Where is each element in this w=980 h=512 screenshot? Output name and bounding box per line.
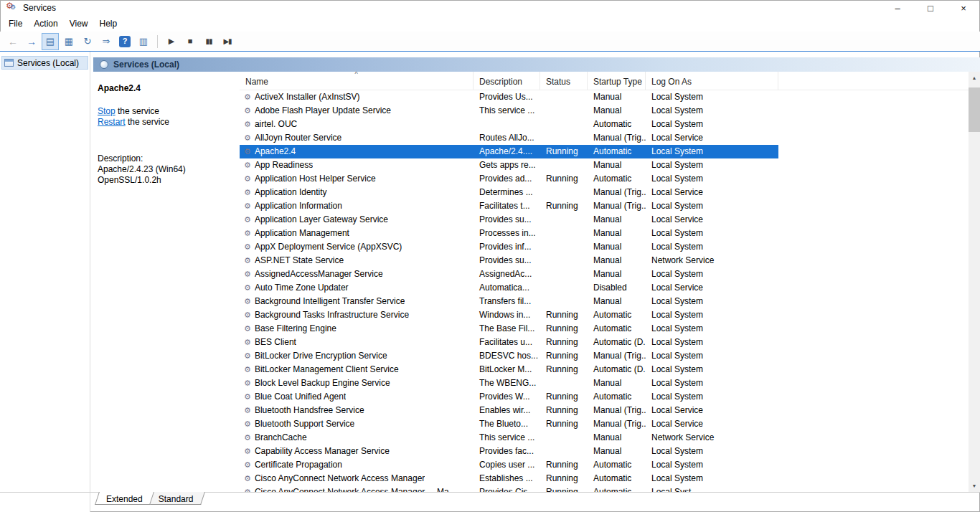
service-description-cell: Apache/2.4.... xyxy=(473,145,540,158)
start-icon: ▶ xyxy=(169,37,174,45)
properties-button[interactable]: ▦ xyxy=(60,33,77,50)
menu-action[interactable]: Action xyxy=(28,16,63,32)
table-row[interactable]: ⚙App Readiness Gets apps re... Manual Lo… xyxy=(240,158,778,172)
table-row[interactable]: ⚙Application Layer Gateway Service Provi… xyxy=(240,213,778,227)
service-name-cell: ⚙Background Intelligent Transfer Service xyxy=(240,295,473,308)
menu-help[interactable]: Help xyxy=(94,16,123,32)
table-row[interactable]: ⚙AppX Deployment Service (AppXSVC) Provi… xyxy=(240,240,778,254)
table-row[interactable]: ⚙Certificate Propagation Copies user ...… xyxy=(240,458,778,472)
table-row[interactable]: ⚙Apache2.4 Apache/2.4.... Running Automa… xyxy=(240,145,778,158)
refresh-button[interactable]: ↻ xyxy=(79,33,96,50)
column-headers: Name^DescriptionStatusStartup TypeLog On… xyxy=(240,72,969,90)
table-row[interactable]: ⚙Application Management Processes in... … xyxy=(240,227,778,240)
service-description-cell: Facilitates t... xyxy=(473,199,540,213)
table-row[interactable]: ⚙Application Host Helper Service Provide… xyxy=(240,172,778,186)
scroll-up-button[interactable]: ▲ xyxy=(969,72,980,84)
service-gear-icon: ⚙ xyxy=(244,407,251,414)
table-row[interactable]: ⚙airtel. OUC Automatic Local System xyxy=(240,118,778,131)
scroll-down-button[interactable]: ▼ xyxy=(969,480,980,492)
service-logon-cell: Local Service xyxy=(646,186,778,199)
table-row[interactable]: ⚙BitLocker Drive Encryption Service BDES… xyxy=(240,349,778,363)
table-row[interactable]: ⚙Application Information Facilitates t..… xyxy=(240,199,778,213)
service-logon-cell: Local System xyxy=(646,472,778,485)
column-header-filler xyxy=(778,72,969,90)
service-description-cell xyxy=(473,118,540,131)
table-row[interactable]: ⚙AssignedAccessManager Service AssignedA… xyxy=(240,267,778,281)
show-console-tree-button[interactable]: ▤ xyxy=(42,33,59,50)
service-name-cell: ⚙Cisco AnyConnect Network Access Manager xyxy=(240,472,473,485)
scrollbar-thumb[interactable] xyxy=(969,87,980,132)
table-row[interactable]: ⚙AllJoyn Router Service Routes AllJo... … xyxy=(240,131,778,145)
table-row[interactable]: ⚙Cisco AnyConnect Network Access Manager… xyxy=(240,472,778,485)
restart-service-link[interactable]: Restart xyxy=(98,117,126,127)
start-service-button[interactable]: ▶ xyxy=(163,33,180,50)
service-name-cell: ⚙BranchCache xyxy=(240,431,473,445)
column-header-status[interactable]: Status xyxy=(540,72,588,90)
tree-item-services-local[interactable]: Services (Local) xyxy=(1,56,88,70)
service-description-cell: Provides ad... xyxy=(473,172,540,186)
menu-view[interactable]: View xyxy=(64,16,94,32)
table-row[interactable]: ⚙Base Filtering Engine The Base Fil... R… xyxy=(240,322,778,336)
pause-service-button[interactable]: ▮▮ xyxy=(200,33,217,50)
export-list-button[interactable]: ⇒ xyxy=(98,33,115,50)
column-header-name[interactable]: Name^ xyxy=(240,72,473,90)
table-row[interactable]: ⚙BitLocker Management Client Service Bit… xyxy=(240,363,778,376)
table-row[interactable]: ⚙ActiveX Installer (AxInstSV) Provides U… xyxy=(240,90,778,104)
back-arrow-icon: ← xyxy=(8,37,18,47)
service-description-cell: Provides su... xyxy=(473,213,540,227)
service-gear-icon: ⚙ xyxy=(244,93,251,101)
table-row[interactable]: ⚙BES Client Facilitates u... Running Aut… xyxy=(240,336,778,349)
table-row[interactable]: ⚙Application Identity Determines ... Man… xyxy=(240,186,778,199)
service-logon-cell: Local Service xyxy=(646,417,778,431)
sort-ascending-icon: ^ xyxy=(354,72,357,77)
service-name-cell: ⚙Bluetooth Handsfree Service xyxy=(240,404,473,417)
service-description-cell: BitLocker M... xyxy=(473,363,540,376)
close-button[interactable]: × xyxy=(947,0,980,16)
table-row[interactable]: ⚙Bluetooth Handsfree Service Enables wir… xyxy=(240,404,778,417)
column-header-startup-type[interactable]: Startup Type xyxy=(588,72,646,90)
service-startup-cell: Automatic xyxy=(588,485,646,492)
stop-service-button[interactable]: ■ xyxy=(182,33,199,50)
service-startup-cell: Manual xyxy=(588,445,646,458)
service-gear-icon: ⚙ xyxy=(244,298,251,305)
table-row[interactable]: ⚙Adobe Flash Player Update Service This … xyxy=(240,104,778,118)
table-row[interactable]: ⚙ASP.NET State Service Provides su... Ma… xyxy=(240,254,778,267)
column-header-log-on-as[interactable]: Log On As xyxy=(646,72,778,90)
service-logon-cell: Local System xyxy=(646,267,778,281)
service-description-cell: BDESVC hos... xyxy=(473,349,540,363)
restart-icon: ▶▮ xyxy=(223,38,231,45)
table-row[interactable]: ⚙BranchCache This service ... Manual Net… xyxy=(240,431,778,445)
minimize-button[interactable]: – xyxy=(881,0,914,16)
service-status-cell: Running xyxy=(540,390,588,404)
show-action-pane-button[interactable]: ▥ xyxy=(135,33,152,50)
service-startup-cell: Manual xyxy=(588,213,646,227)
vertical-scrollbar[interactable]: ▲ ▼ xyxy=(969,72,980,492)
forward-button[interactable]: → xyxy=(23,33,40,50)
stop-service-link[interactable]: Stop xyxy=(98,106,116,116)
table-row[interactable]: ⚙Blue Coat Unified Agent Provides W... R… xyxy=(240,390,778,404)
table-row[interactable]: ⚙Block Level Backup Engine Service The W… xyxy=(240,376,778,390)
service-name-cell: ⚙Application Management xyxy=(240,227,473,240)
service-logon-cell: Local System xyxy=(646,445,778,458)
tab-extended[interactable]: Extended xyxy=(96,492,153,506)
restart-service-button[interactable]: ▶▮ xyxy=(219,33,236,50)
table-row[interactable]: ⚙Auto Time Zone Updater Automatica... Di… xyxy=(240,281,778,295)
column-header-label: Startup Type xyxy=(593,77,642,87)
table-row[interactable]: ⚙Bluetooth Support Service The Blueto...… xyxy=(240,417,778,431)
table-row[interactable]: ⚙Capability Access Manager Service Provi… xyxy=(240,445,778,458)
forward-arrow-icon: → xyxy=(27,37,37,47)
column-header-description[interactable]: Description xyxy=(473,72,540,90)
table-row[interactable]: ⚙Background Intelligent Transfer Service… xyxy=(240,295,778,308)
service-status-cell: Running xyxy=(540,322,588,336)
help-button[interactable]: ? xyxy=(116,33,133,50)
table-row[interactable]: ⚙Background Tasks Infrastructure Service… xyxy=(240,308,778,322)
menu-file[interactable]: File xyxy=(3,16,28,32)
service-name-cell: ⚙BES Client xyxy=(240,336,473,349)
service-status-cell xyxy=(540,267,588,281)
service-description-cell: Provides fac... xyxy=(473,445,540,458)
maximize-button[interactable]: □ xyxy=(914,0,947,16)
table-row[interactable]: ⚙Cisco AnyConnect Network Access Manager… xyxy=(240,485,778,492)
back-button[interactable]: ← xyxy=(4,33,22,50)
column-header-label: Name xyxy=(245,77,268,87)
tab-standard[interactable]: Standard xyxy=(149,492,204,506)
